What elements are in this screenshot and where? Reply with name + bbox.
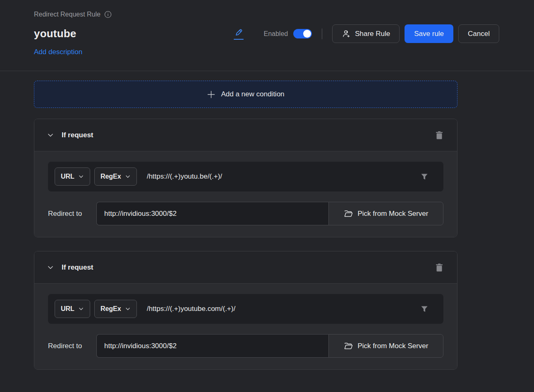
chevron-down-icon[interactable]	[47, 264, 54, 271]
source-operator-dropdown[interactable]: RegEx	[94, 167, 137, 186]
source-key-dropdown[interactable]: URL	[55, 300, 90, 318]
source-value-input[interactable]	[147, 172, 420, 181]
chevron-down-icon	[125, 174, 131, 179]
source-filters-button[interactable]	[420, 172, 429, 181]
cancel-label: Cancel	[468, 30, 490, 38]
folder-open-icon	[344, 210, 353, 218]
redirect-input-group: Pick from Mock Server	[96, 202, 443, 225]
filter-funnel-icon	[420, 172, 429, 181]
rule-type-label: Redirect Request Rule	[34, 11, 101, 18]
delete-condition-icon[interactable]	[435, 130, 444, 140]
cancel-button[interactable]: Cancel	[458, 24, 499, 43]
rule-editor-page: Redirect Request Rule youtube	[0, 0, 534, 392]
condition-card: If request URL	[34, 119, 457, 237]
folder-open-icon	[344, 342, 353, 350]
pick-mock-server-label: Pick from Mock Server	[358, 210, 429, 218]
source-operator-value: RegEx	[101, 305, 121, 313]
plus-icon	[207, 90, 216, 99]
redirect-to-label: Redirect to	[48, 342, 96, 350]
title-controls: Enabled Share Rule	[234, 24, 499, 43]
title-row: youtube Enabled	[34, 24, 499, 43]
source-key-value: URL	[61, 173, 74, 180]
rule-name[interactable]: youtube	[34, 27, 77, 40]
condition-card-body: URL RegEx	[34, 284, 457, 369]
add-description-link[interactable]: Add description	[34, 48, 82, 56]
rule-editor-header: Redirect Request Rule youtube	[0, 0, 534, 71]
redirect-row: Redirect to Pick from Mock Server	[48, 334, 443, 358]
save-rule-button[interactable]: Save rule	[405, 24, 453, 43]
share-user-add-icon	[342, 29, 351, 38]
condition-title: If request	[62, 263, 93, 272]
condition-card-body: URL RegEx	[34, 151, 457, 237]
rule-type-row: Redirect Request Rule	[34, 11, 499, 18]
redirect-destination-input[interactable]	[96, 202, 328, 225]
source-key-value: URL	[61, 305, 74, 313]
redirect-to-label: Redirect to	[48, 210, 96, 218]
source-condition-row: URL RegEx	[48, 294, 443, 324]
rule-builder-content: Add a new condition If request	[34, 71, 457, 370]
chevron-down-icon	[78, 306, 84, 312]
condition-title: If request	[62, 131, 93, 139]
save-rule-label: Save rule	[414, 30, 444, 38]
delete-condition-icon[interactable]	[435, 263, 444, 272]
add-condition-label: Add a new condition	[221, 90, 284, 98]
condition-card-header[interactable]: If request	[34, 251, 457, 284]
source-value-input[interactable]	[147, 305, 420, 313]
share-rule-button[interactable]: Share Rule	[332, 24, 400, 43]
chevron-down-icon[interactable]	[47, 131, 54, 139]
edit-underline	[234, 39, 244, 40]
pick-mock-server-button[interactable]: Pick from Mock Server	[328, 202, 443, 225]
add-condition-button[interactable]: Add a new condition	[34, 81, 457, 108]
info-icon[interactable]	[104, 11, 112, 18]
header-divider	[322, 29, 322, 39]
redirect-row: Redirect to Pick from Mock Server	[48, 202, 443, 225]
chevron-down-icon	[78, 174, 84, 179]
toggle-knob	[303, 30, 311, 38]
enabled-toggle[interactable]	[293, 29, 312, 38]
pick-mock-server-button[interactable]: Pick from Mock Server	[328, 334, 443, 358]
edit-rule-name-icon[interactable]	[234, 28, 244, 40]
source-operator-dropdown[interactable]: RegEx	[94, 300, 137, 318]
condition-card-header[interactable]: If request	[34, 119, 457, 151]
enabled-label: Enabled	[263, 30, 288, 38]
source-condition-row: URL RegEx	[48, 162, 443, 191]
redirect-input-group: Pick from Mock Server	[96, 334, 443, 358]
filter-funnel-icon	[420, 304, 429, 313]
chevron-down-icon	[125, 306, 131, 312]
condition-card: If request URL	[34, 251, 457, 370]
source-key-dropdown[interactable]: URL	[55, 167, 90, 186]
source-operator-value: RegEx	[101, 173, 121, 180]
pick-mock-server-label: Pick from Mock Server	[358, 342, 429, 350]
source-filters-button[interactable]	[420, 304, 429, 313]
redirect-destination-input[interactable]	[96, 334, 328, 358]
share-rule-label: Share Rule	[355, 30, 390, 38]
